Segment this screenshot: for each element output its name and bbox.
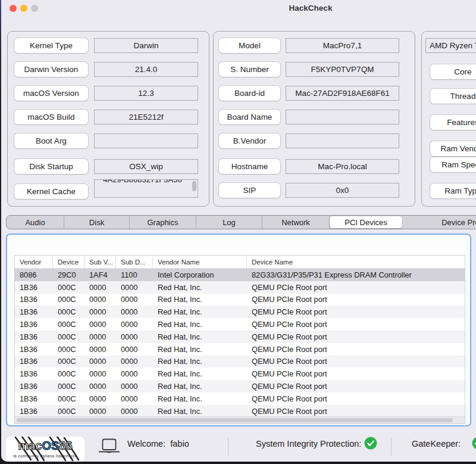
kernel-value-0: Darwin — [94, 38, 198, 53]
table-cell: 29C0 — [53, 269, 84, 281]
table-cell: QEMU PCIe Root port — [247, 343, 465, 356]
table-row[interactable]: 1B36000C00000000Red Hat, Inc.QEMU PCIe R… — [15, 343, 465, 356]
kernel-label-6[interactable]: Kernel Cache — [14, 184, 88, 199]
footer-divider — [228, 438, 228, 456]
table-cell: 1B36 — [15, 281, 53, 294]
cpu-panel-label-4[interactable]: Ram Speed — [430, 157, 476, 172]
table-row[interactable]: 1B36000C00000000Red Hat, Inc.QEMU PCIe R… — [15, 331, 465, 343]
tab-pci-devices[interactable]: PCI Devices — [330, 216, 402, 228]
welcome-username: fabio — [170, 439, 189, 449]
table-cell: QEMU PCIe Root port — [247, 306, 465, 318]
table-cell: Intel Corporation — [153, 269, 247, 281]
table-cell: 0000 — [84, 294, 116, 306]
model-value-1: F5KYP0TVP7QM — [286, 62, 399, 77]
model-label-4[interactable]: B.Vendor — [219, 133, 280, 148]
table-cell: Red Hat, Inc. — [153, 281, 247, 294]
table-cell: 8086 — [15, 269, 53, 281]
table-cell: 1AF4 — [84, 269, 116, 281]
column-header-2[interactable]: Sub V... — [84, 256, 116, 268]
kernel-label-2[interactable]: macOS Version — [14, 86, 88, 101]
footer-bar: macOS86 la community italiana Hackintosh… — [1, 430, 476, 462]
table-cell: 1B36 — [15, 306, 53, 318]
kernel-label-1[interactable]: Darwin Version — [14, 62, 88, 77]
model-value-2: Mac-27AD2F918AE68F61 — [286, 86, 399, 101]
table-cell: QEMU PCIe Root port — [247, 318, 465, 331]
horizontal-scrollbar-thumb[interactable] — [17, 418, 453, 422]
model-label-1[interactable]: S. Number — [219, 62, 280, 77]
horizontal-scrollbar[interactable] — [15, 416, 465, 423]
welcome-text: Welcome: fabio — [127, 439, 189, 449]
cpu-panel-label-1[interactable]: Thread — [430, 89, 476, 104]
table-row[interactable]: 1B36000C00000000Red Hat, Inc.QEMU PCIe R… — [15, 318, 465, 331]
table-cell: 0000 — [84, 380, 116, 393]
tab-log[interactable]: Log — [196, 216, 262, 229]
table-cell: 0000 — [84, 343, 116, 356]
table-cell: 0000 — [84, 356, 116, 368]
table-row[interactable]: 1B36000C00000000Red Hat, Inc.QEMU PCIe R… — [15, 405, 465, 418]
table-cell: 0000 — [84, 306, 116, 318]
table-cell: 1B36 — [15, 294, 53, 306]
table-cell: Red Hat, Inc. — [153, 405, 247, 418]
model-label-0[interactable]: Model — [219, 38, 280, 53]
table-cell: 0000 — [84, 393, 116, 405]
cpu-panel-label-5[interactable]: Ram Type — [430, 183, 476, 198]
table-cell: 1B36 — [15, 405, 53, 418]
kernel-cache-scrollbar[interactable] — [192, 181, 196, 191]
table-cell: QEMU PCIe Root port — [247, 380, 465, 393]
model-label-5[interactable]: Hostname — [219, 159, 280, 174]
table-cell: 1B36 — [15, 356, 53, 368]
table-cell: 1B36 — [15, 368, 53, 380]
cpu-panel-label-3[interactable]: Ram Vendor — [430, 141, 476, 156]
macos86-logo: macOS86 la community italiana Hackintosh — [6, 437, 84, 462]
gatekeeper-status-ok-icon — [472, 437, 476, 450]
table-row[interactable]: 1B36000C00000000Red Hat, Inc.QEMU PCIe R… — [15, 356, 465, 368]
table-cell: 0000 — [116, 356, 153, 368]
logo-text: macOS86 — [6, 440, 84, 451]
cpu-panel-label-0[interactable]: Core — [430, 64, 476, 79]
table-cell: 000C — [53, 343, 84, 356]
model-label-3[interactable]: Board Name — [219, 110, 280, 124]
model-value-0: MacPro7,1 — [286, 38, 399, 53]
kernel-value-3: 21E5212f — [94, 110, 198, 124]
table-row[interactable]: 1B36000C00000000Red Hat, Inc.QEMU PCIe R… — [15, 368, 465, 380]
model-label-2[interactable]: Board-id — [219, 86, 280, 101]
pci-devices-pane: VendorDeviceSub V...Sub D...Vendor NameD… — [6, 233, 471, 426]
column-header-4[interactable]: Vendor Name — [153, 256, 247, 268]
table-cell: Red Hat, Inc. — [153, 294, 247, 306]
table-row[interactable]: 1B36000C00000000Red Hat, Inc.QEMU PCIe R… — [15, 393, 465, 405]
table-row[interactable]: 1B36000C00000000Red Hat, Inc.QEMU PCIe R… — [15, 294, 465, 306]
column-header-1[interactable]: Device — [53, 256, 84, 268]
table-cell: 0000 — [84, 281, 116, 294]
table-cell: Red Hat, Inc. — [153, 318, 247, 331]
table-row[interactable]: 1B36000C00000000Red Hat, Inc.QEMU PCIe R… — [15, 380, 465, 393]
column-header-3[interactable]: Sub D... — [116, 256, 153, 268]
tab-device-properties[interactable]: Device Properties — [402, 216, 476, 229]
table-cell: Red Hat, Inc. — [153, 393, 247, 405]
laptop-icon — [98, 438, 120, 455]
tab-graphics[interactable]: Graphics — [130, 216, 196, 229]
model-value-3 — [286, 110, 399, 124]
hackcheck-window: HackCheck Kernel TypeDarwinDarwin Versio… — [1, 0, 476, 462]
kernel-label-3[interactable]: macOS Build — [14, 110, 88, 124]
tab-disk[interactable]: Disk — [64, 216, 130, 229]
table-row[interactable]: 808629C01AF41100Intel Corporation82G33/G… — [15, 269, 465, 281]
tab-network[interactable]: Network — [262, 216, 330, 229]
table-cell: 0000 — [116, 306, 153, 318]
table-cell: 1100 — [116, 269, 153, 281]
kernel-value-5: OSX_wip — [94, 159, 198, 174]
kernel-label-5[interactable]: Disk Startup — [14, 159, 88, 174]
column-header-0[interactable]: Vendor — [15, 256, 53, 268]
kernel-label-4[interactable]: Boot Arg — [14, 133, 88, 148]
table-cell: 000C — [53, 331, 84, 343]
column-header-5[interactable]: Device Name — [247, 256, 465, 268]
kernel-label-0[interactable]: Kernel Type — [14, 38, 88, 53]
model-label-6[interactable]: SIP — [219, 183, 280, 198]
table-row[interactable]: 1B36000C00000000Red Hat, Inc.QEMU PCIe R… — [15, 281, 465, 294]
cpu-panel-label-2[interactable]: Features — [430, 115, 476, 130]
table-row[interactable]: 1B36000C00000000Red Hat, Inc.QEMU PCIe R… — [15, 306, 465, 318]
kernel-cache-field: 4A29-B8683271F3A36 — [94, 179, 198, 198]
footer-divider — [391, 438, 392, 456]
tab-audio[interactable]: Audio — [7, 216, 64, 229]
table-cell: 000C — [53, 294, 84, 306]
table-cell: 000C — [53, 306, 84, 318]
